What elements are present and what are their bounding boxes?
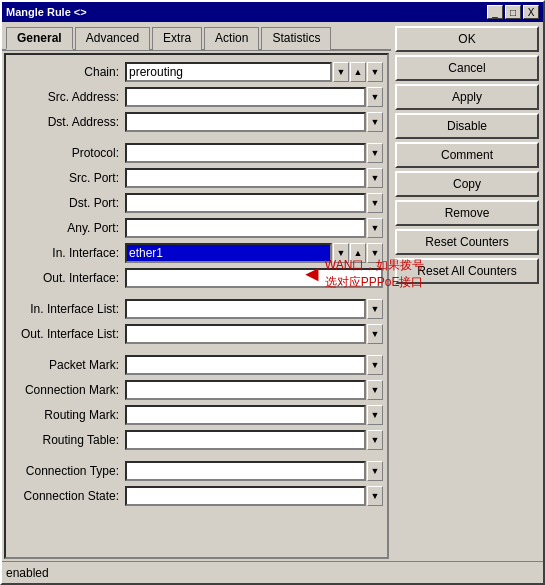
packet-mark-label: Packet Mark: <box>10 358 125 372</box>
dst-port-input[interactable] <box>125 193 366 213</box>
dst-port-dropdown-btn[interactable]: ▼ <box>367 193 383 213</box>
close-button[interactable]: X <box>523 5 539 19</box>
connection-state-input[interactable] <box>125 486 366 506</box>
title-bar-buttons: _ □ X <box>487 5 539 19</box>
tab-general[interactable]: General <box>6 27 73 50</box>
any-port-dropdown-btn[interactable]: ▼ <box>367 218 383 238</box>
out-interface-list-label: Out. Interface List: <box>10 327 125 341</box>
out-interface-control <box>125 268 383 288</box>
protocol-input[interactable] <box>125 143 366 163</box>
out-interface-row: Out. Interface: <box>10 267 383 289</box>
out-interface-input[interactable] <box>125 268 383 288</box>
out-interface-label: Out. Interface: <box>10 271 125 285</box>
in-interface-label: In. Interface: <box>10 246 125 260</box>
src-port-dropdown-btn[interactable]: ▼ <box>367 168 383 188</box>
tab-extra[interactable]: Extra <box>152 27 202 50</box>
protocol-control: ▼ <box>125 143 383 163</box>
packet-mark-dropdown-btn[interactable]: ▼ <box>367 355 383 375</box>
connection-type-control: ▼ <box>125 461 383 481</box>
routing-table-control: ▼ <box>125 430 383 450</box>
connection-mark-dropdown-btn[interactable]: ▼ <box>367 380 383 400</box>
in-interface-up-btn[interactable]: ▲ <box>350 243 366 263</box>
connection-state-label: Connection State: <box>10 489 125 503</box>
protocol-row: Protocol: ▼ <box>10 142 383 164</box>
tab-advanced[interactable]: Advanced <box>75 27 150 50</box>
src-port-control: ▼ <box>125 168 383 188</box>
connection-state-control: ▼ <box>125 486 383 506</box>
src-port-input[interactable] <box>125 168 366 188</box>
in-interface-list-input[interactable] <box>125 299 366 319</box>
right-panel: OK Cancel Apply Disable Comment Copy Rem… <box>391 22 543 288</box>
routing-table-dropdown-btn[interactable]: ▼ <box>367 430 383 450</box>
dst-address-row: Dst. Address: ▼ <box>10 111 383 133</box>
tab-action[interactable]: Action <box>204 27 259 50</box>
chain-control: ▼ ▲ ▼ <box>125 62 383 82</box>
in-interface-dropdown-btn[interactable]: ▼ <box>333 243 349 263</box>
connection-mark-row: Connection Mark: ▼ <box>10 379 383 401</box>
tab-statistics[interactable]: Statistics <box>261 27 331 50</box>
src-address-label: Src. Address: <box>10 90 125 104</box>
chain-label: Chain: <box>10 65 125 79</box>
cancel-button[interactable]: Cancel <box>395 55 539 81</box>
any-port-row: Any. Port: ▼ <box>10 217 383 239</box>
out-interface-list-dropdown-btn[interactable]: ▼ <box>367 324 383 344</box>
packet-mark-input[interactable] <box>125 355 366 375</box>
status-text: enabled <box>6 566 49 580</box>
src-address-control: ▼ <box>125 87 383 107</box>
in-interface-down-btn[interactable]: ▼ <box>367 243 383 263</box>
src-address-input[interactable] <box>125 87 366 107</box>
minimize-button[interactable]: _ <box>487 5 503 19</box>
out-interface-list-input[interactable] <box>125 324 366 344</box>
out-interface-list-control: ▼ <box>125 324 383 344</box>
reset-counters-button[interactable]: Reset Counters <box>395 229 539 255</box>
disable-button[interactable]: Disable <box>395 113 539 139</box>
in-interface-list-control: ▼ <box>125 299 383 319</box>
connection-type-row: Connection Type: ▼ <box>10 460 383 482</box>
routing-mark-dropdown-btn[interactable]: ▼ <box>367 405 383 425</box>
protocol-label: Protocol: <box>10 146 125 160</box>
routing-table-input[interactable] <box>125 430 366 450</box>
connection-mark-label: Connection Mark: <box>10 383 125 397</box>
ok-button[interactable]: OK <box>395 26 539 52</box>
remove-button[interactable]: Remove <box>395 200 539 226</box>
chain-input[interactable] <box>125 62 332 82</box>
dst-address-control: ▼ <box>125 112 383 132</box>
maximize-button[interactable]: □ <box>505 5 521 19</box>
chain-dropdown-btn[interactable]: ▼ <box>333 62 349 82</box>
dst-address-input[interactable] <box>125 112 366 132</box>
in-interface-row: In. Interface: ▼ ▲ ▼ <box>10 242 383 264</box>
connection-type-dropdown-btn[interactable]: ▼ <box>367 461 383 481</box>
connection-state-dropdown-btn[interactable]: ▼ <box>367 486 383 506</box>
routing-table-label: Routing Table: <box>10 433 125 447</box>
connection-mark-input[interactable] <box>125 380 366 400</box>
copy-button[interactable]: Copy <box>395 171 539 197</box>
src-address-row: Src. Address: ▼ <box>10 86 383 108</box>
left-panel: General Advanced Extra Action Statistics… <box>2 22 391 561</box>
chain-down-btn[interactable]: ▼ <box>367 62 383 82</box>
window-body: General Advanced Extra Action Statistics… <box>2 22 543 561</box>
dst-address-label: Dst. Address: <box>10 115 125 129</box>
any-port-control: ▼ <box>125 218 383 238</box>
src-address-dropdown-btn[interactable]: ▼ <box>367 87 383 107</box>
apply-button[interactable]: Apply <box>395 84 539 110</box>
src-port-label: Src. Port: <box>10 171 125 185</box>
dst-port-control: ▼ <box>125 193 383 213</box>
routing-mark-control: ▼ <box>125 405 383 425</box>
chain-up-btn[interactable]: ▲ <box>350 62 366 82</box>
dst-port-label: Dst. Port: <box>10 196 125 210</box>
packet-mark-row: Packet Mark: ▼ <box>10 354 383 376</box>
protocol-dropdown-btn[interactable]: ▼ <box>367 143 383 163</box>
routing-mark-input[interactable] <box>125 405 366 425</box>
in-interface-list-dropdown-btn[interactable]: ▼ <box>367 299 383 319</box>
any-port-input[interactable] <box>125 218 366 238</box>
dst-port-row: Dst. Port: ▼ <box>10 192 383 214</box>
in-interface-list-row: In. Interface List: ▼ <box>10 298 383 320</box>
comment-button[interactable]: Comment <box>395 142 539 168</box>
reset-all-counters-button[interactable]: Reset All Counters <box>395 258 539 284</box>
in-interface-input[interactable] <box>125 243 332 263</box>
routing-mark-label: Routing Mark: <box>10 408 125 422</box>
dst-address-dropdown-btn[interactable]: ▼ <box>367 112 383 132</box>
src-port-row: Src. Port: ▼ <box>10 167 383 189</box>
routing-table-row: Routing Table: ▼ <box>10 429 383 451</box>
connection-type-input[interactable] <box>125 461 366 481</box>
